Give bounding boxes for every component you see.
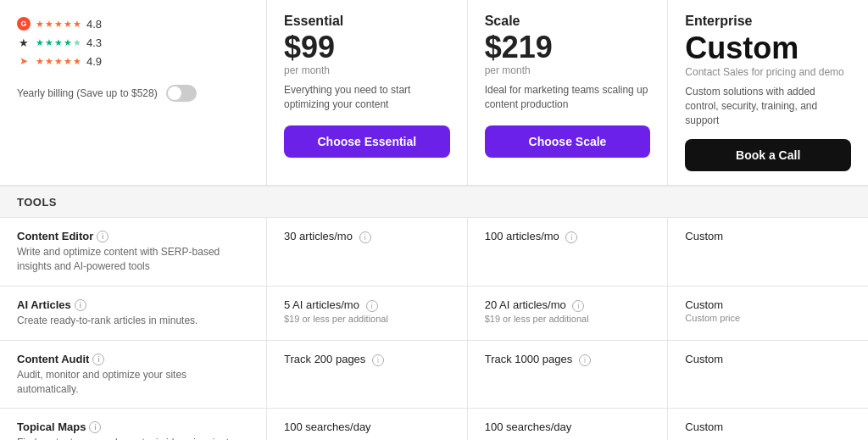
ai-articles-feature-cell: AI Articles i Create ready-to-rank artic…	[0, 287, 267, 340]
feature-row-content-editor: Content Editor i Write and optimize cont…	[0, 218, 868, 287]
content-audit-scale-info-icon[interactable]: i	[579, 354, 591, 366]
choose-scale-button[interactable]: Choose Scale	[485, 125, 651, 158]
content-audit-info-icon[interactable]: i	[92, 354, 104, 365]
topical-maps-scale-value: 100 searches/day	[468, 409, 669, 440]
ai-articles-info-icon[interactable]: i	[75, 299, 86, 311]
content-editor-title: Content Editor i	[17, 230, 249, 242]
content-editor-essential-info-icon[interactable]: i	[359, 231, 371, 243]
star-1: ★	[36, 19, 44, 30]
plan-column-enterprise: Enterprise Custom Contact Sales for pric…	[668, 0, 868, 185]
content-audit-feature-cell: Content Audit i Audit, monitor and optim…	[0, 341, 267, 409]
star-1: ★	[36, 37, 44, 48]
star-4: ★	[64, 19, 72, 30]
star-5: ★	[73, 37, 81, 48]
scale-plan-desc: Ideal for marketing teams scaling up con…	[485, 83, 651, 114]
ai-articles-scale-info-icon[interactable]: i	[572, 300, 584, 312]
ai-articles-scale-value: 20 AI articles/mo i $19 or less per addi…	[468, 287, 669, 340]
capterra-logo: ★	[17, 36, 31, 49]
star-4: ★	[64, 37, 72, 48]
capterra-score: 4.3	[86, 36, 102, 49]
enterprise-plan-price: Custom	[685, 31, 851, 66]
enterprise-plan-name: Enterprise	[685, 14, 851, 29]
feature-column-header: G ★ ★ ★ ★ ★ 4.8 ★ ★	[0, 0, 267, 185]
star-5: ★	[73, 19, 81, 30]
pricing-page: G ★ ★ ★ ★ ★ 4.8 ★ ★	[0, 0, 868, 440]
star-1: ★	[36, 56, 44, 67]
plan-header-area: G ★ ★ ★ ★ ★ 4.8 ★ ★	[0, 0, 868, 186]
star-2: ★	[45, 37, 53, 48]
content-audit-essential-value: Track 200 pages i	[267, 341, 468, 409]
content-editor-feature-cell: Content Editor i Write and optimize cont…	[0, 218, 267, 286]
billing-label: Yearly billing (Save up to $528)	[17, 87, 158, 99]
g2-stars: ★ ★ ★ ★ ★	[36, 19, 81, 30]
tools-label: TOOLS	[17, 196, 57, 209]
billing-row: Yearly billing (Save up to $528)	[17, 85, 249, 102]
ai-articles-title: AI Articles i	[17, 298, 249, 311]
essential-plan-desc: Everything you need to start optimizing …	[284, 83, 450, 114]
choose-essential-button[interactable]: Choose Essential	[284, 125, 450, 158]
ai-articles-essential-value: 5 AI articles/mo i $19 or less per addit…	[267, 287, 468, 340]
essential-plan-price: $99	[284, 32, 450, 63]
topical-maps-desc: Find content gaps and new topic ideas in…	[17, 436, 249, 440]
content-editor-info-icon[interactable]: i	[97, 231, 108, 242]
ai-articles-enterprise-value: Custom Custom price	[668, 287, 868, 340]
feature-row-topical-maps: Topical Maps i Find content gaps and new…	[0, 409, 868, 440]
book-a-call-button[interactable]: Book a Call	[685, 139, 851, 171]
topical-maps-feature-cell: Topical Maps i Find content gaps and new…	[0, 409, 267, 440]
ratings-section: G ★ ★ ★ ★ ★ 4.8 ★ ★	[17, 17, 249, 68]
g2-score: 4.8	[86, 18, 102, 31]
content-audit-enterprise-value: Custom	[668, 341, 868, 409]
content-editor-scale-info-icon[interactable]: i	[565, 231, 577, 243]
essential-plan-name: Essential	[284, 14, 450, 29]
trustpilot-stars: ★ ★ ★ ★ ★	[36, 56, 81, 67]
star-3: ★	[54, 37, 63, 48]
content-audit-scale-value: Track 1000 pages i	[468, 341, 669, 409]
star-4: ★	[64, 56, 72, 67]
star-5: ★	[73, 56, 81, 67]
capterra-stars: ★ ★ ★ ★ ★	[36, 37, 81, 48]
ai-articles-desc: Create ready-to-rank articles in minutes…	[17, 314, 249, 328]
content-editor-enterprise-value: Custom	[668, 218, 868, 286]
content-editor-essential-value: 30 articles/mo i	[267, 218, 468, 286]
feature-row-content-audit: Content Audit i Audit, monitor and optim…	[0, 341, 868, 409]
topical-maps-title: Topical Maps i	[17, 421, 249, 433]
feature-row-ai-articles: AI Articles i Create ready-to-rank artic…	[0, 287, 868, 341]
capterra-rating-row: ★ ★ ★ ★ ★ ★ 4.3	[17, 36, 249, 49]
content-audit-title: Content Audit i	[17, 353, 249, 365]
content-editor-desc: Write and optimize content with SERP-bas…	[17, 245, 249, 274]
enterprise-plan-desc: Custom solutions with added control, sec…	[685, 85, 851, 127]
content-audit-desc: Audit, monitor and optimize your sites a…	[17, 368, 249, 397]
billing-toggle[interactable]	[166, 85, 197, 102]
star-2: ★	[45, 19, 53, 30]
star-3: ★	[54, 56, 63, 67]
trustpilot-logo: ➤	[17, 54, 31, 68]
star-3: ★	[54, 19, 63, 30]
toggle-thumb	[168, 86, 181, 100]
plan-column-essential: Essential $99 per month Everything you n…	[267, 0, 468, 185]
scale-plan-name: Scale	[485, 14, 651, 29]
enterprise-contact: Contact Sales for pricing and demo	[685, 66, 851, 78]
plan-column-scale: Scale $219 per month Ideal for marketing…	[468, 0, 669, 185]
topical-maps-essential-value: 100 searches/day	[267, 409, 468, 440]
capterra-star-icon: ★	[19, 36, 29, 49]
scale-plan-period: per month	[485, 64, 651, 76]
topical-maps-info-icon[interactable]: i	[89, 421, 101, 433]
trustpilot-arrow-icon: ➤	[19, 55, 28, 67]
content-editor-scale-value: 100 articles/mo i	[468, 218, 669, 286]
tools-section-header: TOOLS	[0, 186, 868, 218]
topical-maps-enterprise-value: Custom	[668, 409, 868, 440]
essential-plan-period: per month	[284, 64, 450, 76]
trustpilot-rating-row: ➤ ★ ★ ★ ★ ★ 4.9	[17, 54, 249, 68]
g2-logo: G	[17, 17, 31, 31]
g2-rating-row: G ★ ★ ★ ★ ★ 4.8	[17, 17, 249, 31]
content-audit-essential-info-icon[interactable]: i	[372, 354, 384, 366]
scale-plan-price: $219	[485, 32, 651, 63]
ai-articles-essential-info-icon[interactable]: i	[366, 300, 378, 312]
trustpilot-score: 4.9	[86, 55, 102, 68]
star-2: ★	[45, 56, 53, 67]
